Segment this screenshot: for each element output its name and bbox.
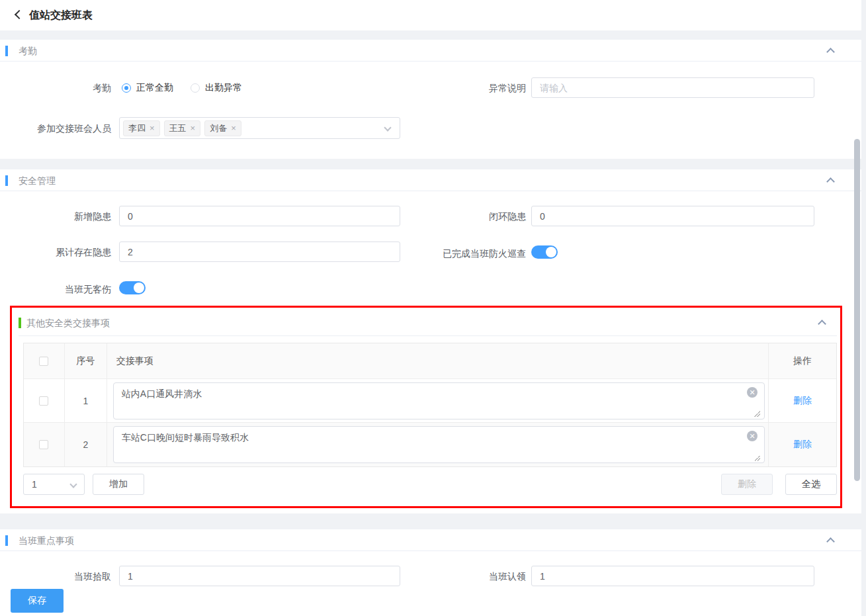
batch-delete-label: 删除 (738, 478, 756, 490)
closed-hazard-label: 闭环隐患 (415, 206, 526, 226)
remove-tag-icon[interactable]: × (231, 124, 236, 132)
row-action-cell: 删除 (769, 423, 836, 466)
chevron-up-icon[interactable] (826, 537, 835, 546)
scrollbar-thumb[interactable] (854, 139, 860, 481)
participant-name: 刘备 (210, 122, 227, 134)
attendance-section-header: 考勤 (0, 40, 861, 62)
row-item-cell: 站内A口通风井滴水 ✕ (107, 379, 769, 423)
table-row: 1 站内A口通风井滴水 ✕ 删除 (24, 379, 836, 423)
handover-items-table: 序号 交接事项 操作 1 站内A口通风井滴水 ✕ 删除 2 车站 (23, 343, 837, 467)
select-all-checkbox[interactable] (39, 357, 48, 366)
row-checkbox[interactable] (39, 396, 48, 406)
back-icon[interactable] (15, 10, 24, 19)
row-select-cell (24, 423, 65, 466)
row-select-cell (24, 379, 65, 423)
handover-item-textarea[interactable]: 站内A口通风井滴水 (113, 382, 765, 419)
delete-row-link[interactable]: 删除 (793, 439, 812, 451)
attendance-field-label: 考勤 (0, 78, 111, 98)
pickup-label: 当班拾取 (0, 566, 111, 586)
page-title: 值站交接班表 (29, 9, 93, 22)
attendance-radio-group: 正常全勤 出勤异常 (122, 78, 242, 98)
table-header-row: 序号 交接事项 操作 (24, 343, 836, 379)
save-footer: 保存 (0, 586, 861, 616)
other-items-section-title: 其他安全类交接事项 (26, 318, 110, 330)
section-marker-green (19, 318, 21, 328)
radio-normal-attendance[interactable]: 正常全勤 (122, 82, 173, 94)
row-seq: 2 (65, 423, 107, 466)
pickup-input[interactable] (119, 566, 400, 586)
participant-name: 李四 (128, 122, 146, 134)
key-items-section: 当班重点事项 当班拾取 当班认领 (0, 529, 861, 586)
participants-label: 参加交接班会人员 (0, 118, 111, 138)
row-seq: 1 (65, 379, 107, 423)
header-item: 交接事项 (107, 343, 769, 379)
row-item-cell: 车站C口晚间短时暴雨导致积水 ✕ (107, 423, 769, 466)
add-count-value: 1 (32, 479, 37, 490)
fire-patrol-toggle[interactable] (531, 245, 558, 259)
remove-tag-icon[interactable]: × (191, 124, 196, 132)
add-button[interactable]: 增加 (93, 474, 144, 495)
row-checkbox[interactable] (39, 440, 48, 449)
header-seq: 序号 (65, 343, 107, 379)
no-injury-label: 当班无客伤 (0, 279, 111, 299)
chevron-up-icon[interactable] (826, 177, 835, 186)
fire-patrol-label: 已完成当班防火巡查 (415, 243, 526, 263)
header-select-all-cell (24, 343, 65, 379)
resize-handle-icon[interactable] (754, 455, 760, 461)
handover-item-textarea[interactable]: 车站C口晚间短时暴雨导致积水 (113, 426, 765, 463)
section-marker (5, 46, 8, 56)
add-button-label: 增加 (109, 478, 128, 490)
resize-handle-icon[interactable] (754, 410, 760, 417)
key-items-section-title: 当班重点事项 (19, 535, 74, 547)
total-hazard-label: 累计存在隐患 (0, 242, 111, 262)
participant-tag: 刘备 × (204, 120, 241, 136)
chevron-up-icon[interactable] (826, 48, 835, 56)
safety-section-header: 安全管理 (0, 169, 861, 191)
batch-delete-button[interactable]: 删除 (721, 474, 773, 495)
new-hazard-label: 新增隐患 (0, 206, 111, 226)
header-action: 操作 (769, 343, 836, 379)
participant-tag: 李四 × (123, 120, 160, 136)
safety-section-title: 安全管理 (19, 175, 56, 187)
claim-label: 当班认领 (415, 566, 526, 586)
radio-normal-label: 正常全勤 (136, 82, 173, 94)
add-count-select[interactable]: 1 (23, 474, 85, 495)
participant-tag: 王五 × (164, 120, 201, 136)
save-button[interactable]: 保存 (11, 589, 64, 613)
section-marker (5, 535, 8, 546)
radio-abnormal-attendance[interactable]: 出勤异常 (191, 82, 242, 94)
abnormal-note-label: 异常说明 (415, 78, 526, 98)
remove-tag-icon[interactable]: × (150, 124, 155, 132)
no-injury-toggle[interactable] (119, 281, 146, 294)
radio-unselected-icon[interactable] (191, 83, 200, 93)
closed-hazard-input[interactable] (531, 206, 814, 226)
select-all-button[interactable]: 全选 (785, 474, 837, 495)
safety-section: 安全管理 新增隐患 闭环隐患 累计存在隐患 已完成当班防火巡查 当班无客伤 其他… (0, 169, 861, 513)
attendance-section: 考勤 考勤 正常全勤 出勤异常 异常说明 参加交接班会人员 李四 × 王五 × … (0, 40, 861, 159)
chevron-up-icon[interactable] (818, 320, 826, 328)
delete-row-link[interactable]: 删除 (793, 395, 812, 407)
total-hazard-input[interactable] (119, 242, 400, 262)
chevron-down-icon (384, 124, 391, 131)
row-action-cell: 删除 (769, 379, 836, 423)
key-items-section-header: 当班重点事项 (0, 529, 861, 551)
participant-name: 王五 (169, 122, 187, 134)
page-header: 值站交接班表 (0, 0, 861, 30)
attendance-section-title: 考勤 (19, 46, 37, 58)
radio-selected-icon[interactable] (122, 83, 131, 93)
radio-abnormal-label: 出勤异常 (205, 82, 242, 94)
abnormal-note-input[interactable] (531, 77, 814, 98)
new-hazard-input[interactable] (119, 206, 400, 226)
select-all-label: 全选 (802, 478, 820, 490)
participants-multiselect[interactable]: 李四 × 王五 × 刘备 × (119, 117, 400, 139)
claim-input[interactable] (531, 566, 814, 586)
section-marker (5, 175, 8, 186)
table-row: 2 车站C口晚间短时暴雨导致积水 ✕ 删除 (24, 423, 836, 466)
chevron-down-icon (69, 480, 77, 488)
other-items-section-header: 其他安全类交接事项 (19, 315, 837, 336)
